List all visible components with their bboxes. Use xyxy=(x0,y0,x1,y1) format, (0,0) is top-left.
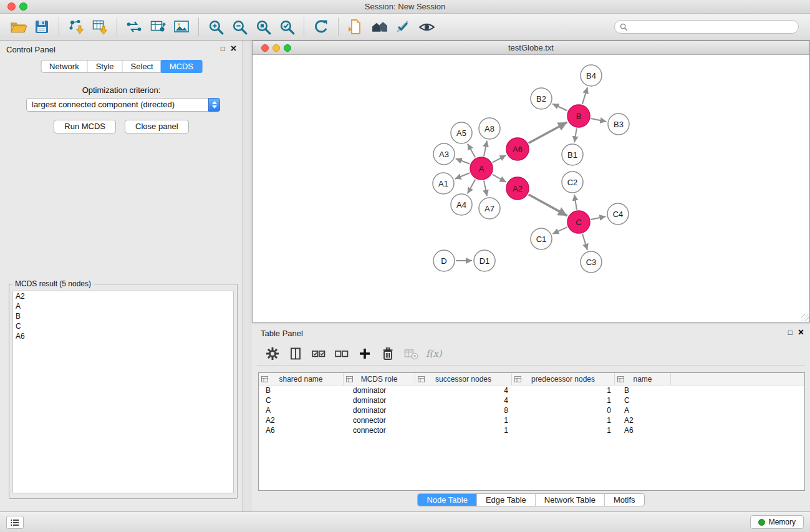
tab-style[interactable]: Style xyxy=(87,60,122,72)
edge-A-A5[interactable] xyxy=(468,143,475,157)
edge-A6-B[interactable] xyxy=(529,122,567,143)
delete-column-trash-icon[interactable] xyxy=(376,344,399,363)
node-C4[interactable]: C4 xyxy=(607,203,629,225)
node-B3[interactable]: B3 xyxy=(608,114,629,135)
edge-A-A4[interactable] xyxy=(468,180,476,194)
table-settings-gear-icon[interactable] xyxy=(261,344,284,363)
node-D1[interactable]: D1 xyxy=(474,250,495,271)
edge-A-A3[interactable] xyxy=(456,158,470,164)
tab-select[interactable]: Select xyxy=(122,60,162,72)
resize-handle[interactable] xyxy=(801,314,809,321)
network-table-icon[interactable] xyxy=(146,16,170,37)
search-input[interactable] xyxy=(631,22,793,32)
edge-A2-C[interactable] xyxy=(529,195,567,216)
column-header-predecessor-nodes[interactable]: predecessor nodes xyxy=(512,373,615,385)
edge-A-A1[interactable] xyxy=(455,173,470,178)
mcds-result-item[interactable]: B xyxy=(13,311,233,321)
select-all-icon[interactable] xyxy=(307,344,330,363)
close-panel-icon[interactable]: × xyxy=(231,43,236,54)
node-A4[interactable]: A4 xyxy=(451,194,472,215)
memory-button[interactable]: Memory xyxy=(750,515,804,529)
tab-edge-table[interactable]: Edge Table xyxy=(476,494,535,506)
edge-B-B2[interactable] xyxy=(552,104,567,111)
close-panel-icon[interactable]: × xyxy=(798,327,804,338)
table-row[interactable]: Cdominator41C xyxy=(259,395,804,405)
close-panel-button[interactable]: Close panel xyxy=(125,120,189,133)
edge-B-B3[interactable] xyxy=(591,118,607,122)
edge-B-B1[interactable] xyxy=(574,128,577,143)
node-A3[interactable]: A3 xyxy=(433,143,455,165)
import-network-icon[interactable] xyxy=(64,16,88,37)
column-header-successor-nodes[interactable]: successor nodes xyxy=(415,373,512,385)
node-A2[interactable]: A2 xyxy=(506,177,529,200)
zoom-out-icon[interactable] xyxy=(228,16,251,37)
edge-C-C1[interactable] xyxy=(552,227,567,234)
column-header-MCDS-role[interactable]: MCDS role xyxy=(344,373,415,385)
mcds-result-item[interactable]: C xyxy=(13,321,233,331)
tab-motifs[interactable]: Motifs xyxy=(604,494,644,506)
float-panel-icon[interactable]: □ xyxy=(221,44,225,53)
node-A5[interactable]: A5 xyxy=(451,122,472,143)
export-image-icon[interactable] xyxy=(170,16,193,37)
optimization-criterion-select[interactable]: largest connected component (directed) xyxy=(26,98,220,112)
dropdown-stepper-icon[interactable] xyxy=(208,98,220,112)
tab-node-table[interactable]: Node Table xyxy=(418,494,476,506)
node-C2[interactable]: C2 xyxy=(562,172,583,193)
node-A6[interactable]: A6 xyxy=(506,138,529,160)
edge-A-A8[interactable] xyxy=(484,141,487,157)
network-swap-icon[interactable] xyxy=(122,16,146,37)
mcds-result-list[interactable]: A2ABCA6 xyxy=(12,291,234,493)
column-header-shared-name[interactable]: shared name xyxy=(259,373,344,385)
column-header-name[interactable]: name xyxy=(615,373,671,385)
node-A[interactable]: A xyxy=(470,157,493,180)
table-row[interactable]: A6connector11A6 xyxy=(259,425,804,435)
edge-A-A6[interactable] xyxy=(493,155,506,163)
import-table-icon[interactable] xyxy=(88,16,112,37)
run-mcds-button[interactable]: Run MCDS xyxy=(54,120,116,133)
network-window-titlebar[interactable]: testGlobe.txt xyxy=(253,41,809,55)
table-row[interactable]: Bdominator41B xyxy=(259,385,804,395)
edge-C-C4[interactable] xyxy=(591,216,606,220)
node-A1[interactable]: A1 xyxy=(433,173,454,194)
node-C1[interactable]: C1 xyxy=(531,228,552,249)
save-session-icon[interactable] xyxy=(30,16,54,37)
edge-A-A2[interactable] xyxy=(493,175,506,182)
node-B[interactable]: B xyxy=(567,105,590,127)
edge-C-C2[interactable] xyxy=(574,195,577,210)
edge-B-B4[interactable] xyxy=(582,87,587,104)
open-session-icon[interactable] xyxy=(6,16,30,37)
network-canvas[interactable]: B4B2BB3A5A8A6A3B1AA1C2A2A4A7CC4C1C3DD1 xyxy=(253,55,809,322)
deselect-all-icon[interactable] xyxy=(330,344,353,363)
task-history-button[interactable] xyxy=(6,516,24,529)
node-D[interactable]: D xyxy=(433,250,455,271)
node-B1[interactable]: B1 xyxy=(562,144,583,165)
mcds-result-item[interactable]: A2 xyxy=(13,291,233,301)
open-document-icon[interactable] xyxy=(344,16,367,37)
search-field[interactable] xyxy=(614,20,799,34)
edge-C-C3[interactable] xyxy=(582,234,587,250)
float-panel-icon[interactable]: □ xyxy=(788,328,793,337)
tab-network[interactable]: Network xyxy=(41,60,87,72)
table-row[interactable]: A2connector11A2 xyxy=(259,415,804,425)
zoom-fit-icon[interactable] xyxy=(251,16,275,37)
node-C[interactable]: C xyxy=(567,211,590,233)
zoom-selected-icon[interactable] xyxy=(275,16,299,37)
eye-icon[interactable] xyxy=(415,16,438,37)
refresh-icon[interactable] xyxy=(309,16,333,37)
edge-A-A7[interactable] xyxy=(484,181,487,196)
add-column-icon[interactable] xyxy=(353,344,376,363)
home-icon[interactable] xyxy=(367,16,391,37)
node-B2[interactable]: B2 xyxy=(531,88,552,109)
node-C3[interactable]: C3 xyxy=(581,251,602,273)
mcds-result-item[interactable]: A6 xyxy=(13,331,233,341)
node-A8[interactable]: A8 xyxy=(479,118,500,139)
node-A7[interactable]: A7 xyxy=(479,198,500,219)
mcds-result-item[interactable]: A xyxy=(13,301,233,311)
table-row[interactable]: Adominator80A xyxy=(259,405,804,415)
graphics-details-icon[interactable] xyxy=(391,16,415,37)
node-B4[interactable]: B4 xyxy=(581,65,602,86)
show-columns-icon[interactable] xyxy=(284,344,307,363)
tab-network-table[interactable]: Network Table xyxy=(535,494,604,506)
tab-mcds[interactable]: MCDS xyxy=(161,60,202,73)
zoom-in-icon[interactable] xyxy=(204,16,228,37)
